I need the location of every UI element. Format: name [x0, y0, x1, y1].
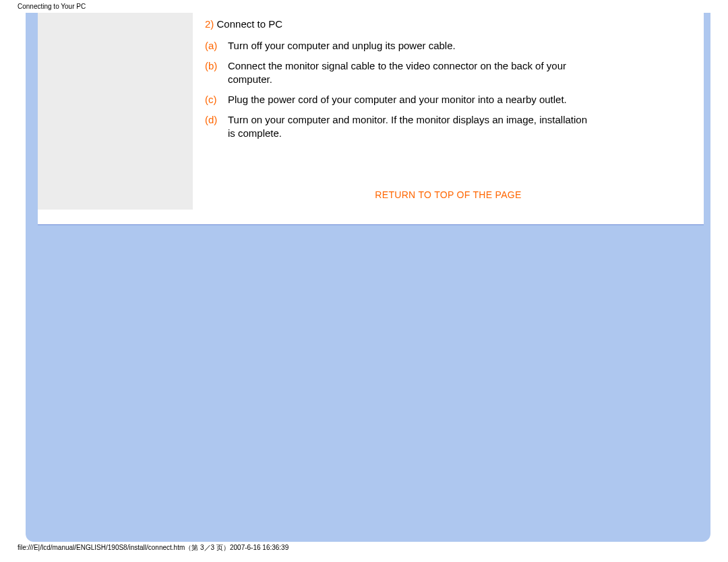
step-row: (a) Turn off your computer and unplug it… [193, 39, 704, 59]
section-heading: 2) Connect to PC [193, 13, 704, 39]
divider-line [38, 224, 704, 225]
return-to-top-link[interactable]: RETURN TO TOP OF THE PAGE [375, 189, 521, 200]
step-text: Turn on your computer and monitor. If th… [228, 113, 692, 140]
step-letter: (d) [205, 113, 228, 127]
step-row: (d) Turn on your computer and monitor. I… [193, 113, 704, 147]
section-title: Connect to PC [217, 18, 283, 30]
step-row: (c) Plug the power cord of your computer… [193, 93, 704, 113]
content-panel: 2) Connect to PC (a) Turn off your compu… [38, 13, 704, 224]
step-letter: (c) [205, 93, 228, 106]
page-header-title: Connecting to Your PC [0, 0, 728, 13]
content-frame: 2) Connect to PC (a) Turn off your compu… [26, 13, 710, 542]
step-letter: (b) [205, 59, 228, 73]
step-row: (b) Connect the monitor signal cable to … [193, 59, 704, 93]
divider-wrap [26, 224, 710, 225]
section-number: 2) [205, 18, 214, 30]
return-link-container: RETURN TO TOP OF THE PAGE [193, 148, 704, 208]
step-text: Turn off your computer and unplug its po… [228, 39, 692, 53]
footer-path-text: file:///E|/lcd/manual/ENGLISH/190S8/inst… [0, 539, 289, 553]
left-gray-column [38, 13, 193, 210]
main-content: 2) Connect to PC (a) Turn off your compu… [193, 13, 704, 208]
step-letter: (a) [205, 39, 228, 53]
step-text: Plug the power cord of your computer and… [228, 93, 692, 106]
step-text: Connect the monitor signal cable to the … [228, 59, 692, 86]
